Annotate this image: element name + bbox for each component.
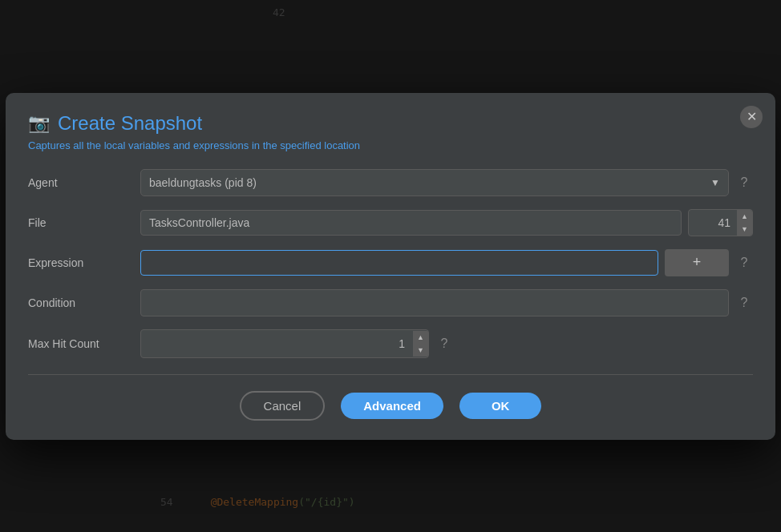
agent-select-value: baeldungtasks (pid 8) bbox=[149, 176, 257, 189]
dialog-subtitle: Captures all the local variables and exp… bbox=[28, 139, 753, 151]
expression-row: Expression + ? bbox=[28, 249, 753, 276]
advanced-button[interactable]: Advanced bbox=[341, 393, 443, 419]
agent-select[interactable]: baeldungtasks (pid 8) ▼ bbox=[140, 169, 729, 196]
condition-row: Condition ? bbox=[28, 289, 753, 316]
maxhit-field-wrap: ▲ ▼ bbox=[140, 329, 429, 358]
file-inner: ▲ ▼ bbox=[140, 209, 753, 236]
agent-row: Agent baeldungtasks (pid 8) ▼ ? bbox=[28, 169, 753, 196]
maxhit-row: Max Hit Count ▲ ▼ ? bbox=[28, 329, 753, 358]
file-line-input[interactable] bbox=[689, 210, 737, 236]
condition-control-wrap: ? bbox=[140, 289, 753, 316]
expression-add-icon: + bbox=[693, 254, 702, 271]
dialog-overlay: ✕ 📷 Create Snapshot Captures all the loc… bbox=[0, 0, 781, 532]
condition-input[interactable] bbox=[140, 289, 729, 316]
file-line-down[interactable]: ▼ bbox=[737, 223, 752, 236]
close-button[interactable]: ✕ bbox=[740, 106, 763, 128]
agent-label: Agent bbox=[28, 176, 132, 189]
file-row: File ▲ ▼ bbox=[28, 209, 753, 236]
file-control-wrap: ▲ ▼ bbox=[140, 209, 753, 236]
agent-help-icon[interactable]: ? bbox=[735, 175, 753, 190]
create-snapshot-dialog: ✕ 📷 Create Snapshot Captures all the loc… bbox=[6, 93, 775, 440]
maxhit-down[interactable]: ▼ bbox=[413, 344, 428, 357]
agent-dropdown-arrow: ▼ bbox=[710, 177, 720, 188]
condition-label: Condition bbox=[28, 296, 132, 309]
expression-help-icon[interactable]: ? bbox=[735, 256, 753, 270]
file-line-spinner: ▲ ▼ bbox=[737, 210, 752, 236]
file-input[interactable] bbox=[140, 210, 682, 236]
dialog-header: 📷 Create Snapshot bbox=[28, 112, 753, 135]
agent-control-wrap: baeldungtasks (pid 8) ▼ ? bbox=[140, 169, 753, 196]
camera-icon: 📷 bbox=[28, 113, 50, 134]
file-line-wrap: ▲ ▼ bbox=[688, 209, 753, 236]
dialog-footer: Cancel Advanced OK bbox=[28, 391, 753, 421]
expression-add-button[interactable]: + bbox=[665, 249, 729, 276]
ok-button[interactable]: OK bbox=[459, 393, 542, 419]
expression-label: Expression bbox=[28, 256, 132, 269]
maxhit-up[interactable]: ▲ bbox=[413, 331, 428, 344]
file-label: File bbox=[28, 216, 132, 229]
maxhit-spinner: ▲ ▼ bbox=[413, 331, 428, 357]
cancel-button[interactable]: Cancel bbox=[240, 391, 326, 421]
file-line-up[interactable]: ▲ bbox=[737, 210, 752, 223]
dialog-title: Create Snapshot bbox=[58, 112, 202, 135]
expression-control-wrap: + ? bbox=[140, 249, 753, 276]
maxhit-control-wrap: ▲ ▼ ? bbox=[140, 329, 753, 358]
maxhit-label: Max Hit Count bbox=[28, 337, 132, 350]
condition-help-icon[interactable]: ? bbox=[735, 296, 753, 310]
maxhit-input[interactable] bbox=[141, 330, 413, 357]
footer-divider bbox=[28, 374, 753, 375]
expression-input[interactable] bbox=[140, 250, 658, 276]
maxhit-help-icon[interactable]: ? bbox=[435, 337, 453, 351]
